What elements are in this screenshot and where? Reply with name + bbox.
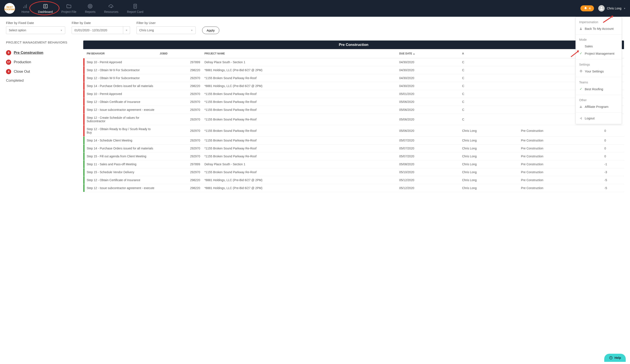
table-cell: Step 12 - Obtain W-9 For Subcontractor: [84, 74, 158, 82]
table-row[interactable]: Step 15 - Fill out agenda from Client Me…: [83, 152, 624, 160]
content-area: Pre Construction PM BEHAVIOR JOBID PROJE…: [83, 40, 624, 192]
gear-icon: ⚙: [579, 69, 582, 73]
table-cell: Step 14 - Purchase Orders issued for all…: [84, 144, 158, 152]
table-cell: *8881 Holdings, LLC (Pre-Bid 6/27 @ 2PM): [202, 66, 397, 74]
table-cell: 05/08/2020: [397, 160, 460, 168]
table-cell: Chris Long: [460, 176, 519, 184]
dd-heading-mode: Mode: [576, 37, 622, 43]
table-row[interactable]: Step 15 - Schedule Vendor Delivery292970…: [83, 168, 624, 176]
dd-mode-project-management[interactable]: ✓ Project Management: [576, 50, 622, 57]
sidebar-item[interactable]: 4Close Out: [6, 67, 77, 76]
table-cell: 292970: [158, 125, 202, 137]
dd-label: Your Settings: [585, 69, 604, 73]
col-assigned[interactable]: A: [460, 49, 519, 58]
table-cell: 05/06/2020: [397, 114, 460, 125]
table-cell: 04/30/2020: [397, 66, 460, 74]
table-row[interactable]: Step 12 - Obtain Ready to Buy / Scurb Re…: [83, 125, 624, 137]
filter-label: Filter by Fixed Date: [6, 21, 65, 25]
table-cell: *1155 Broken Sound Parkway Re-Roof: [202, 144, 397, 152]
table-cell: -1: [602, 160, 624, 168]
table-row[interactable]: Step 14 - Purchase Orders issued for all…: [83, 82, 624, 90]
apply-button[interactable]: Apply: [202, 26, 219, 34]
col-pm-behavior[interactable]: PM BEHAVIOR: [84, 49, 158, 58]
table-cell: Chris Long: [460, 125, 519, 137]
logo[interactable]: BEST ROOFING: [4, 3, 15, 14]
notifications-button[interactable]: 4: [580, 5, 594, 11]
col-jobid[interactable]: JOBID: [158, 49, 202, 58]
table-cell: Step 10 - Permit Approved: [84, 58, 158, 66]
nav-reports[interactable]: Reports: [85, 3, 96, 13]
table-cell: 05/07/2020: [397, 144, 460, 152]
table-row[interactable]: Step 14 - Purchase Orders issued for all…: [83, 144, 624, 152]
nav-resources[interactable]: Resources: [104, 3, 118, 13]
table-cell: -3: [602, 168, 624, 176]
filter-label: Filter by Date: [72, 21, 130, 25]
svg-point-2: [89, 5, 92, 7]
user-menu-button[interactable]: Chris Long ▼: [598, 5, 626, 11]
table-cell: 05/01/2020: [397, 90, 460, 98]
svg-point-6: [580, 28, 582, 29]
date-range-input[interactable]: 01/01/2020 - 12/31/2020: [72, 26, 123, 34]
table-cell: 05/12/2020: [397, 176, 460, 184]
table-cell: 05/10/2020: [397, 168, 460, 176]
table-row[interactable]: Step 12 - Obtain W-9 For Subcontractor29…: [83, 66, 624, 74]
dd-your-settings[interactable]: ⚙ Your Settings: [576, 67, 622, 75]
sidebar-item[interactable]: 9Pre Construction: [6, 48, 77, 57]
dd-heading-impersonation: Impersonation: [576, 19, 622, 25]
table-row[interactable]: Step 12 - Issue subcontractor agreement …: [83, 106, 624, 114]
col-due-date[interactable]: DUE DATE ▲: [397, 49, 460, 58]
table-cell: Pre Construction: [519, 137, 602, 144]
sidebar-item[interactable]: Completed: [6, 76, 77, 85]
sidebar-item-label: Close Out: [14, 69, 30, 74]
table-row[interactable]: Step 11 - Sales and Pass-off Meeting2978…: [83, 160, 624, 168]
svg-rect-0: [44, 4, 47, 8]
cloud-download-icon: [108, 3, 114, 9]
nav-label: Reports: [85, 10, 96, 13]
nav-label: Home: [22, 10, 30, 13]
svg-point-3: [90, 6, 90, 6]
dd-label: Best Roofing: [585, 87, 603, 91]
dd-label: Affiliate Program: [585, 105, 608, 108]
count-badge: 4: [6, 69, 11, 74]
table-row[interactable]: Step 14 - Schedule Client Meeting292970*…: [83, 137, 624, 144]
table-row[interactable]: Step 10 - Permit Approved292970*1155 Bro…: [83, 90, 624, 98]
col-project-name[interactable]: PROJECT NAME: [202, 49, 397, 58]
nav-label: Report Card: [127, 10, 143, 13]
nav-report-card[interactable]: Report Card: [127, 3, 143, 13]
sidebar-item[interactable]: 17Production: [6, 57, 77, 67]
table-cell: 292970: [158, 137, 202, 144]
dd-back-to-account[interactable]: Back To My Account: [576, 25, 622, 32]
table-cell: Pre Construction: [519, 152, 602, 160]
nav-dashboard[interactable]: Dashboard: [38, 3, 53, 13]
check-icon: ✓: [579, 51, 582, 55]
table-row[interactable]: Step 12 - Create Schedule of values for …: [83, 114, 624, 125]
user-select[interactable]: Chris Long ▼: [136, 26, 196, 34]
dd-heading-teams: Teams: [576, 79, 622, 85]
table-row[interactable]: Step 12 - Issue subcontractor agreement …: [83, 184, 624, 192]
dd-team-best-roofing[interactable]: ✓ Best Roofing: [576, 85, 622, 93]
table-cell: 0: [602, 137, 624, 144]
table-row[interactable]: Step 12 - Obtain Certificate of Insuranc…: [83, 176, 624, 184]
dd-label: Logout: [585, 116, 594, 120]
table-cell: Step 12 - Obtain Ready to Buy / Scurb Re…: [84, 125, 158, 137]
fixed-date-select[interactable]: Select option ▼: [6, 26, 65, 34]
nav-project-file[interactable]: Project File: [61, 3, 76, 13]
main-content: PROJECT MANAGEMENT BEHAVIORS 9Pre Constr…: [0, 38, 630, 194]
table-row[interactable]: Step 12 - Obtain Certificate of Insuranc…: [83, 98, 624, 106]
dd-logout[interactable]: Logout: [576, 115, 622, 122]
date-value: 01/01/2020 - 12/31/2020: [74, 28, 107, 32]
table-cell: 0: [602, 152, 624, 160]
table-cell: Pre Construction: [519, 176, 602, 184]
dd-affiliate-program[interactable]: Affiliate Program: [576, 103, 622, 110]
checklist-icon: [42, 3, 48, 9]
table-row[interactable]: Step 12 - Obtain W-9 For Subcontractor29…: [83, 74, 624, 82]
table-cell: *1155 Broken Sound Parkway Re-Roof: [202, 168, 397, 176]
table-row[interactable]: Step 10 - Permit Approved297899Delray Pl…: [83, 58, 624, 66]
check-icon: ✓: [579, 87, 582, 91]
dd-mode-sales[interactable]: Sales: [576, 43, 622, 50]
bell-icon: [584, 7, 587, 10]
table-cell: 04/30/2020: [397, 74, 460, 82]
nav-home[interactable]: Home: [22, 3, 30, 13]
date-clear-button[interactable]: ×: [123, 26, 130, 34]
table-cell: Step 12 - Obtain Certificate of Insuranc…: [84, 176, 158, 184]
